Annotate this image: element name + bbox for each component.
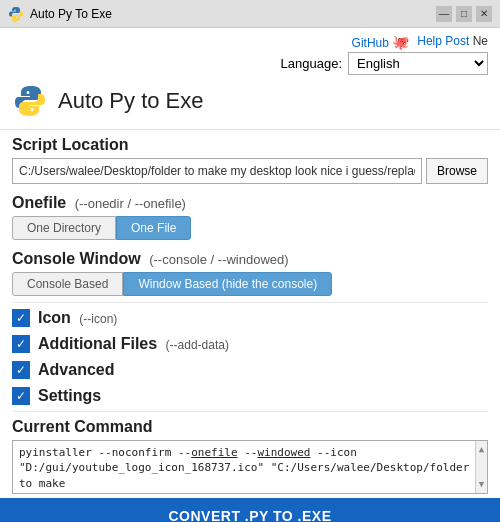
console-window-subtitle: (--console / --windowed) (149, 252, 288, 267)
one-file-button[interactable]: One File (116, 216, 191, 240)
github-icon: 🐙 (392, 34, 409, 50)
main-content: GitHub 🐙 Help Post Ne Language: English … (0, 28, 500, 522)
additional-files-checkbox[interactable]: ✓ (12, 335, 30, 353)
github-link[interactable]: GitHub 🐙 (352, 34, 410, 50)
settings-label: Settings (38, 387, 101, 405)
title-bar-text: Auto Py To Exe (30, 7, 112, 21)
onefile-toggle-group: One Directory One File (12, 216, 488, 240)
advanced-checkbox[interactable]: ✓ (12, 361, 30, 379)
advanced-section: ✓ Advanced (0, 357, 500, 383)
window-based-button[interactable]: Window Based (hide the console) (123, 272, 332, 296)
onefile-title: Onefile (--onedir / --onefile) (12, 194, 488, 212)
language-label: Language: (281, 56, 342, 71)
onefile-subtitle: (--onedir / --onefile) (75, 196, 186, 211)
command-text: pyinstaller --noconfirm --onefile --wind… (19, 445, 481, 489)
language-select[interactable]: English Chinese French (348, 52, 488, 75)
script-location-title: Script Location (12, 136, 488, 154)
help-post-label: Help Post (417, 34, 469, 48)
minimize-button[interactable]: — (436, 6, 452, 22)
current-command-section: Current Command pyinstaller --noconfirm … (0, 414, 500, 498)
console-toggle-group: Console Based Window Based (hide the con… (12, 272, 488, 296)
icon-subtitle: (--icon) (79, 312, 117, 326)
script-location-input[interactable] (12, 158, 422, 184)
script-location-row: Browse (12, 158, 488, 184)
convert-button[interactable]: CONVERT .PY TO .EXE (0, 498, 500, 522)
command-scrollbar[interactable]: ▲ ▼ (475, 441, 487, 493)
additional-files-section: ✓ Additional Files (--add-data) (0, 331, 500, 357)
browse-button[interactable]: Browse (426, 158, 488, 184)
top-links: GitHub 🐙 Help Post Ne (352, 34, 488, 50)
language-row: Language: English Chinese French (0, 50, 500, 81)
current-command-title: Current Command (12, 418, 488, 436)
help-post-link[interactable]: Help Post Ne (417, 34, 488, 50)
icon-label: Icon (--icon) (38, 309, 117, 327)
icon-checkbox[interactable]: ✓ (12, 309, 30, 327)
close-button[interactable]: ✕ (476, 6, 492, 22)
command-box: pyinstaller --noconfirm --onefile --wind… (12, 440, 488, 494)
github-label: GitHub (352, 36, 389, 50)
title-bar-left: Auto Py To Exe (8, 6, 112, 22)
console-window-section: Console Window (--console / --windowed) … (0, 246, 500, 300)
app-header: Auto Py to Exe (0, 81, 500, 127)
settings-checkbox[interactable]: ✓ (12, 387, 30, 405)
script-location-section: Script Location Browse (0, 132, 500, 188)
additional-files-label: Additional Files (--add-data) (38, 335, 229, 353)
title-bar: Auto Py To Exe — □ ✕ (0, 0, 500, 28)
top-right-area: GitHub 🐙 Help Post Ne (0, 28, 500, 50)
one-directory-button[interactable]: One Directory (12, 216, 116, 240)
console-based-button[interactable]: Console Based (12, 272, 123, 296)
maximize-button[interactable]: □ (456, 6, 472, 22)
command-line-2: "D:/gui/youtube_logo_icon_168737.ico" "C… (19, 461, 469, 489)
advanced-label: Advanced (38, 361, 114, 379)
app-logo-icon (12, 83, 48, 119)
console-window-title: Console Window (--console / --windowed) (12, 250, 488, 268)
help-post-extra: Ne (473, 34, 488, 48)
settings-section: ✓ Settings (0, 383, 500, 409)
additional-files-subtitle: (--add-data) (166, 338, 229, 352)
onefile-section: Onefile (--onedir / --onefile) One Direc… (0, 190, 500, 244)
command-line-1: pyinstaller --noconfirm --onefile --wind… (19, 446, 357, 459)
icon-section: ✓ Icon (--icon) (0, 305, 500, 331)
title-bar-controls: — □ ✕ (436, 6, 492, 22)
app-title: Auto Py to Exe (58, 88, 204, 114)
python-logo-icon (8, 6, 24, 22)
